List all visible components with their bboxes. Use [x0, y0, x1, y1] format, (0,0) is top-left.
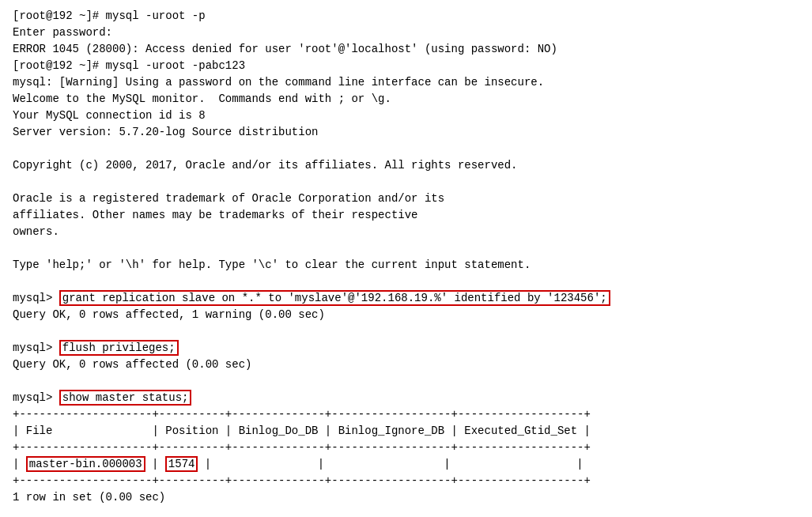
line-12: owners. [13, 224, 799, 240]
line-7: Your MySQL connection id is 8 [13, 108, 799, 124]
command3-highlight: show master status; [59, 390, 192, 406]
line-9: Copyright (c) 2000, 2017, Oracle and/or … [13, 157, 799, 174]
blank-6 [13, 373, 799, 390]
command1-result: Query OK, 0 rows affected, 1 warning (0.… [13, 307, 799, 323]
blank-3 [13, 240, 799, 257]
command1-line: mysql> grant replication slave on *.* to… [13, 290, 799, 307]
line-10: Oracle is a registered trademark of Orac… [13, 191, 799, 207]
command1-prefix: mysql> [13, 292, 59, 304]
line-1: [root@192 ~]# mysql -uroot -p [13, 8, 799, 25]
command2-highlight: flush privileges; [59, 340, 179, 356]
line-11: affiliates. Other names may be trademark… [13, 207, 799, 224]
terminal-output: [root@192 ~]# mysql -uroot -p Enter pass… [13, 8, 799, 506]
blank-2 [13, 174, 799, 191]
command3-prefix: mysql> [13, 391, 59, 404]
table-pos-cell: 1574 [165, 456, 198, 472]
line-6: Welcome to the MySQL monitor. Commands e… [13, 91, 799, 108]
table-header: | File | Position | Binlog_Do_DB | Binlo… [13, 423, 799, 440]
command3-line: mysql> show master status; [13, 390, 799, 406]
line-4: [root@192 ~]# mysql -uroot -pabc123 [13, 58, 799, 74]
line-13: Type 'help;' or '\h' for help. Type '\c'… [13, 257, 799, 274]
table-file-cell: master-bin.000003 [26, 456, 145, 472]
blank-1 [13, 141, 799, 157]
command2-result: Query OK, 0 rows affected (0.00 sec) [13, 357, 799, 373]
command1-highlight: grant replication slave on *.* to 'mysla… [59, 290, 610, 306]
table-border-top: +--------------------+----------+-------… [13, 406, 799, 423]
blank-4 [13, 274, 799, 290]
blank-5 [13, 323, 799, 340]
command2-prefix: mysql> [13, 342, 59, 354]
line-8: Server version: 5.7.20-log Source distri… [13, 124, 799, 141]
line-5: mysql: [Warning] Using a password on the… [13, 74, 799, 91]
table-data-row: | master-bin.000003 | 1574 | | | | [13, 456, 799, 473]
line-2: Enter password: [13, 25, 799, 41]
command2-line: mysql> flush privileges; [13, 340, 799, 357]
table-result: 1 row in set (0.00 sec) [13, 489, 799, 506]
table-border-mid: +--------------------+----------+-------… [13, 440, 799, 456]
line-3: ERROR 1045 (28000): Access denied for us… [13, 41, 799, 58]
table-border-bottom: +--------------------+----------+-------… [13, 473, 799, 489]
